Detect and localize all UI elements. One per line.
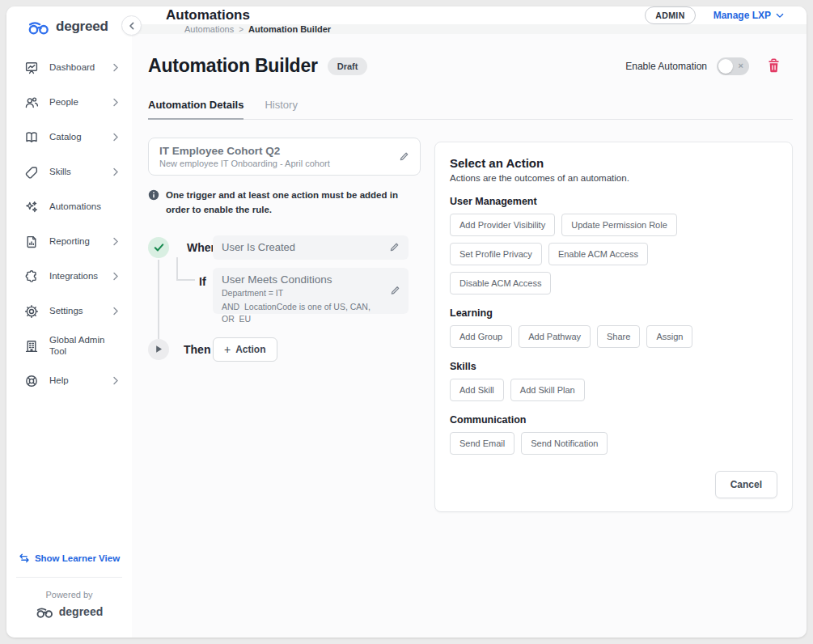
action-send-notification[interactable]: Send Notification xyxy=(521,432,608,455)
powered-by-label: Powered by xyxy=(6,590,132,600)
show-learner-view-label: Show Learner View xyxy=(35,553,120,563)
chevron-right-icon xyxy=(112,272,119,281)
chevron-right-icon xyxy=(112,307,119,316)
main-area: Automations ADMIN Manage LXP Automations… xyxy=(132,6,807,638)
degreed-logo[interactable]: degreed xyxy=(6,6,132,35)
action-add-provider-visibility[interactable]: Add Provider Visibility xyxy=(450,214,555,236)
integrations-icon xyxy=(24,269,39,284)
action-enable-acm-access[interactable]: Enable ACM Access xyxy=(548,243,648,265)
action-send-email[interactable]: Send Email xyxy=(450,432,514,455)
sidebar-item-label: Global Admin Tool xyxy=(49,335,119,356)
if-condition-line: Department = IT xyxy=(222,287,386,299)
info-icon xyxy=(148,189,159,218)
show-learner-view-link[interactable]: Show Learner View xyxy=(6,553,132,563)
top-bar-title: Automations xyxy=(166,7,645,23)
action-update-permission-role[interactable]: Update Permission Role xyxy=(561,214,677,236)
flow-branch-horizontal xyxy=(176,279,195,281)
action-set-profile-privacy[interactable]: Set Profile Privacy xyxy=(450,243,542,265)
when-trigger-box: User Is Created xyxy=(213,235,409,260)
action-group-name: Skills xyxy=(450,361,777,372)
action-assign[interactable]: Assign xyxy=(646,325,692,348)
action-group-name: Learning xyxy=(450,307,777,319)
settings-gear-icon xyxy=(24,304,39,319)
toggle-off-x-icon: × xyxy=(739,61,743,70)
chevron-right-icon xyxy=(112,63,119,72)
page-title: Automation Builder xyxy=(148,55,318,77)
degreed-glasses-icon xyxy=(28,19,50,35)
rule-description: New employee IT Onboarding - April cohor… xyxy=(159,159,399,168)
action-add-skill[interactable]: Add Skill xyxy=(450,379,504,401)
action-add-pathway[interactable]: Add Pathway xyxy=(519,325,591,348)
chevron-right-icon xyxy=(112,98,119,107)
rule-name-card: IT Employee Cohort Q2 New employee IT On… xyxy=(148,138,421,176)
sidebar-nav: Dashboard People xyxy=(6,50,132,398)
sidebar-item-label: Reporting xyxy=(49,236,112,247)
add-action-button[interactable]: + Action xyxy=(213,337,277,362)
rule-flow: When User Is Created If User Meets Condi… xyxy=(148,235,421,366)
action-panel-subtitle: Actions are the outcomes of an automatio… xyxy=(450,173,777,183)
rule-info-note: One trigger and at least one action must… xyxy=(148,189,421,218)
reporting-icon xyxy=(24,235,39,249)
manage-lxp-dropdown[interactable]: Manage LXP xyxy=(713,10,784,21)
action-disable-acm-access[interactable]: Disable ACM Access xyxy=(450,272,551,294)
breadcrumb-separator: > xyxy=(239,25,243,34)
action-add-group[interactable]: Add Group xyxy=(450,325,512,348)
sidebar-powered-by: Powered by degreed xyxy=(6,578,132,638)
enable-automation-toggle[interactable]: × xyxy=(717,57,749,75)
sidebar-item-label: Settings xyxy=(49,306,112,316)
sidebar-item-label: Dashboard xyxy=(49,62,112,73)
action-group-name: User Management xyxy=(450,196,777,207)
pencil-icon xyxy=(389,242,400,252)
sidebar-item-global-admin-tool[interactable]: Global Admin Tool xyxy=(6,328,132,363)
tab-history[interactable]: History xyxy=(265,99,297,119)
edit-conditions-button[interactable] xyxy=(390,286,400,296)
chevron-left-icon xyxy=(129,22,135,30)
logo-wordmark: degreed xyxy=(56,19,108,35)
if-condition-line: AND LocationCode is one of US, CAN, OR E… xyxy=(222,301,386,325)
sidebar-item-people[interactable]: People xyxy=(6,85,132,120)
sidebar-item-label: Help xyxy=(49,375,112,386)
sidebar-item-label: Skills xyxy=(49,167,112,177)
action-share[interactable]: Share xyxy=(597,325,640,348)
tab-automation-details[interactable]: Automation Details xyxy=(148,99,243,120)
then-status-circle xyxy=(148,339,169,360)
sidebar-item-integrations[interactable]: Integrations xyxy=(6,259,132,294)
delete-automation-button[interactable] xyxy=(767,58,781,74)
action-group-communication: Communication Send Email Send Notificati… xyxy=(450,414,777,455)
sidebar-item-label: Catalog xyxy=(49,132,112,142)
if-conditions-box: User Meets Conditions Department = IT AN… xyxy=(213,268,409,314)
sidebar-item-settings[interactable]: Settings xyxy=(6,294,132,328)
help-lifering-icon xyxy=(24,374,39,388)
trash-icon xyxy=(767,58,781,74)
when-trigger-value: User Is Created xyxy=(222,241,389,253)
automations-icon xyxy=(24,200,39,214)
action-group-user-management: User Management Add Provider Visibility … xyxy=(450,196,777,294)
sidebar-item-label: Integrations xyxy=(49,271,112,282)
manage-lxp-label: Manage LXP xyxy=(713,10,771,21)
breadcrumb-current: Automation Builder xyxy=(248,24,331,34)
chevron-right-icon xyxy=(112,237,119,246)
breadcrumb-parent[interactable]: Automations xyxy=(184,24,234,34)
action-group-learning: Learning Add Group Add Pathway Share Ass… xyxy=(450,307,777,348)
tabs: Automation Details History xyxy=(148,99,793,120)
sidebar-item-reporting[interactable]: Reporting xyxy=(6,224,132,259)
skills-icon xyxy=(24,165,39,180)
action-group-skills: Skills Add Skill Add Skill Plan xyxy=(450,361,777,401)
sidebar-item-catalog[interactable]: Catalog xyxy=(6,120,132,155)
pencil-icon xyxy=(390,286,400,296)
cancel-button[interactable]: Cancel xyxy=(715,471,777,498)
sidebar-item-dashboard[interactable]: Dashboard xyxy=(6,50,132,85)
sidebar-collapse-button[interactable] xyxy=(121,15,142,36)
admin-badge[interactable]: ADMIN xyxy=(645,6,695,24)
sidebar-item-skills[interactable]: Skills xyxy=(6,155,132,189)
chevron-right-icon xyxy=(112,167,119,176)
rule-name: IT Employee Cohort Q2 xyxy=(159,145,399,157)
action-add-skill-plan[interactable]: Add Skill Plan xyxy=(510,379,585,401)
sidebar-item-automations[interactable]: Automations xyxy=(6,189,132,224)
edit-trigger-button[interactable] xyxy=(389,242,400,252)
sidebar-footer: Show Learner View Powered by degreed xyxy=(6,553,132,638)
chevron-down-icon xyxy=(776,13,784,19)
if-conditions-title: User Meets Conditions xyxy=(222,273,386,286)
edit-rule-name-button[interactable] xyxy=(399,151,409,162)
sidebar-item-help[interactable]: Help xyxy=(6,363,132,398)
